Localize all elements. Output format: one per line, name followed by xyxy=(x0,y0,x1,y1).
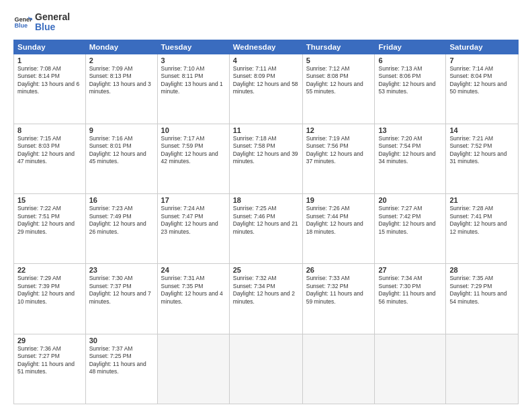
col-sunday: Sunday xyxy=(14,40,86,54)
logo-icon: General Blue xyxy=(13,13,32,32)
table-row: 15 Sunrise: 7:22 AM Sunset: 7:51 PM Dayl… xyxy=(14,194,86,264)
logo-text: General Blue xyxy=(35,12,70,33)
table-row: 16 Sunrise: 7:23 AM Sunset: 7:49 PM Dayl… xyxy=(85,194,157,264)
calendar-row: 29 Sunrise: 7:36 AM Sunset: 7:27 PM Dayl… xyxy=(14,334,519,404)
table-row: 14 Sunrise: 7:21 AM Sunset: 7:52 PM Dayl… xyxy=(446,124,519,194)
table-row: 27 Sunrise: 7:34 AM Sunset: 7:30 PM Dayl… xyxy=(375,264,446,334)
header-row: Sunday Monday Tuesday Wednesday Thursday… xyxy=(14,40,519,54)
calendar-row: 1 Sunrise: 7:08 AM Sunset: 8:14 PM Dayli… xyxy=(14,54,519,124)
table-row: 17 Sunrise: 7:24 AM Sunset: 7:47 PM Dayl… xyxy=(157,194,229,264)
table-row: 30 Sunrise: 7:37 AM Sunset: 7:25 PM Dayl… xyxy=(85,334,157,404)
calendar-body: 1 Sunrise: 7:08 AM Sunset: 8:14 PM Dayli… xyxy=(14,54,519,404)
table-row: 26 Sunrise: 7:33 AM Sunset: 7:32 PM Dayl… xyxy=(302,264,375,334)
empty-cell xyxy=(157,334,229,404)
calendar-table: Sunday Monday Tuesday Wednesday Thursday… xyxy=(13,40,519,404)
table-row: 25 Sunrise: 7:32 AM Sunset: 7:34 PM Dayl… xyxy=(229,264,302,334)
table-row: 1 Sunrise: 7:08 AM Sunset: 8:14 PM Dayli… xyxy=(14,54,86,124)
table-row: 9 Sunrise: 7:16 AM Sunset: 8:01 PM Dayli… xyxy=(85,124,157,194)
table-row: 21 Sunrise: 7:28 AM Sunset: 7:41 PM Dayl… xyxy=(446,194,519,264)
table-row: 11 Sunrise: 7:18 AM Sunset: 7:58 PM Dayl… xyxy=(229,124,302,194)
col-monday: Monday xyxy=(85,40,157,54)
empty-cell xyxy=(375,334,446,404)
empty-cell xyxy=(446,334,519,404)
table-row: 23 Sunrise: 7:30 AM Sunset: 7:37 PM Dayl… xyxy=(85,264,157,334)
col-thursday: Thursday xyxy=(302,40,375,54)
logo: General Blue General Blue xyxy=(13,12,70,33)
svg-text:General: General xyxy=(14,16,32,23)
table-row: 10 Sunrise: 7:17 AM Sunset: 7:59 PM Dayl… xyxy=(157,124,229,194)
calendar-row: 8 Sunrise: 7:15 AM Sunset: 8:03 PM Dayli… xyxy=(14,124,519,194)
table-row: 2 Sunrise: 7:09 AM Sunset: 8:13 PM Dayli… xyxy=(85,54,157,124)
table-row: 4 Sunrise: 7:11 AM Sunset: 8:09 PM Dayli… xyxy=(229,54,302,124)
table-row: 3 Sunrise: 7:10 AM Sunset: 8:11 PM Dayli… xyxy=(157,54,229,124)
svg-text:Blue: Blue xyxy=(14,23,28,30)
empty-cell xyxy=(229,334,302,404)
table-row: 7 Sunrise: 7:14 AM Sunset: 8:04 PM Dayli… xyxy=(446,54,519,124)
table-row: 20 Sunrise: 7:27 AM Sunset: 7:42 PM Dayl… xyxy=(375,194,446,264)
table-row: 8 Sunrise: 7:15 AM Sunset: 8:03 PM Dayli… xyxy=(14,124,86,194)
table-row: 12 Sunrise: 7:19 AM Sunset: 7:56 PM Dayl… xyxy=(302,124,375,194)
calendar-row: 22 Sunrise: 7:29 AM Sunset: 7:39 PM Dayl… xyxy=(14,264,519,334)
table-row: 29 Sunrise: 7:36 AM Sunset: 7:27 PM Dayl… xyxy=(14,334,86,404)
col-wednesday: Wednesday xyxy=(229,40,302,54)
table-row: 19 Sunrise: 7:26 AM Sunset: 7:44 PM Dayl… xyxy=(302,194,375,264)
table-row: 22 Sunrise: 7:29 AM Sunset: 7:39 PM Dayl… xyxy=(14,264,86,334)
header: General Blue General Blue xyxy=(13,12,519,33)
col-saturday: Saturday xyxy=(446,40,519,54)
col-tuesday: Tuesday xyxy=(157,40,229,54)
empty-cell xyxy=(302,334,375,404)
table-row: 5 Sunrise: 7:12 AM Sunset: 8:08 PM Dayli… xyxy=(302,54,375,124)
table-row: 18 Sunrise: 7:25 AM Sunset: 7:46 PM Dayl… xyxy=(229,194,302,264)
calendar-page: General Blue General Blue Sunday Monday … xyxy=(0,0,532,411)
table-row: 13 Sunrise: 7:20 AM Sunset: 7:54 PM Dayl… xyxy=(375,124,446,194)
table-row: 28 Sunrise: 7:35 AM Sunset: 7:29 PM Dayl… xyxy=(446,264,519,334)
table-row: 6 Sunrise: 7:13 AM Sunset: 8:06 PM Dayli… xyxy=(375,54,446,124)
table-row: 24 Sunrise: 7:31 AM Sunset: 7:35 PM Dayl… xyxy=(157,264,229,334)
col-friday: Friday xyxy=(375,40,446,54)
calendar-row: 15 Sunrise: 7:22 AM Sunset: 7:51 PM Dayl… xyxy=(14,194,519,264)
